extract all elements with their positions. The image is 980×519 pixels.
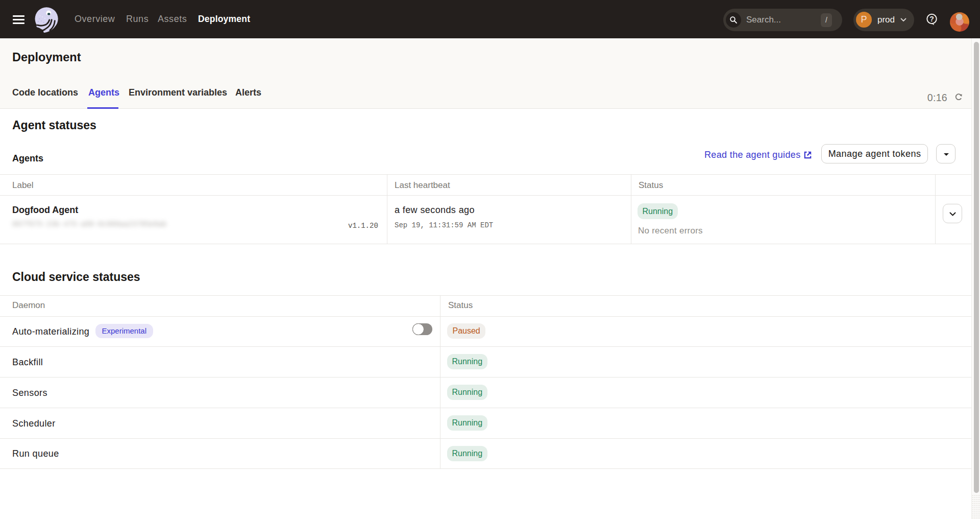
svg-text:?: ? (929, 15, 934, 23)
